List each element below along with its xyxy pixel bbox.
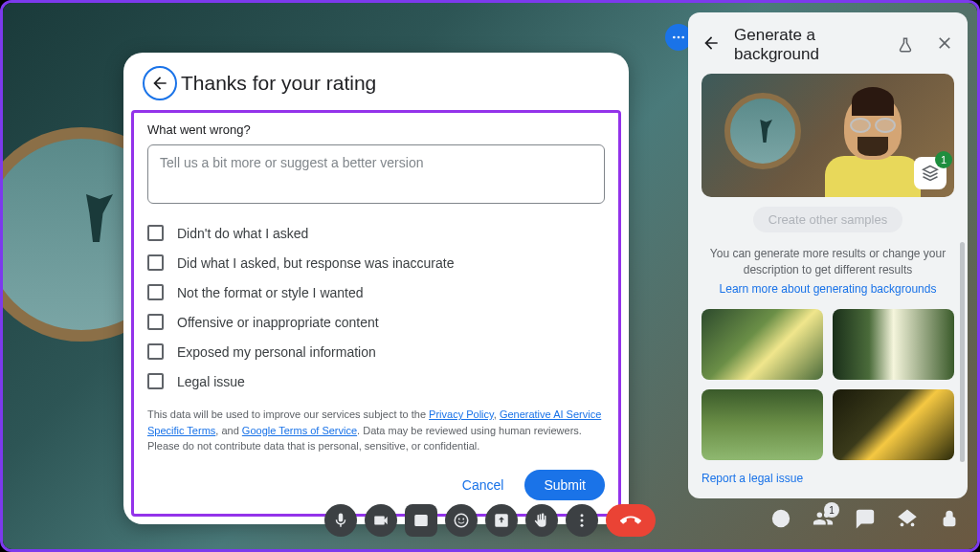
participants-count-badge: 1	[824, 502, 839, 518]
dialog-actions: Cancel Submit	[147, 470, 605, 500]
svg-point-4	[458, 519, 460, 520]
option-legal[interactable]: Legal issue	[147, 373, 605, 389]
checkbox-icon	[147, 343, 164, 360]
rating-feedback-dialog: Thanks for your rating What went wrong? …	[123, 53, 629, 524]
captions-button[interactable]	[405, 504, 437, 537]
scrollbar[interactable]	[960, 242, 965, 462]
option-format[interactable]: Not the format or style I wanted	[147, 284, 605, 300]
more-button[interactable]	[566, 504, 598, 537]
sidepanel-header: Generate a background	[702, 26, 954, 64]
layers-count-badge: 1	[935, 151, 952, 168]
mic-button[interactable]	[324, 504, 357, 537]
present-button[interactable]	[485, 504, 518, 537]
activities-button[interactable]	[897, 508, 918, 533]
svg-point-7	[581, 519, 584, 522]
svg-point-6	[581, 514, 584, 517]
raise-hand-button[interactable]	[525, 504, 558, 537]
svg-point-0	[673, 36, 676, 39]
option-personal-info[interactable]: Exposed my personal information	[147, 343, 605, 360]
create-samples-chip[interactable]: Create other samples	[753, 207, 902, 232]
sidepanel-title: Generate a background	[734, 26, 883, 64]
option-offensive[interactable]: Offensive or inappropriate content	[147, 314, 605, 330]
dialog-header: Thanks for your rating	[123, 53, 629, 110]
generate-background-panel: Generate a background 1 Create other sam…	[688, 12, 968, 498]
privacy-policy-link[interactable]: Privacy Policy	[429, 408, 494, 420]
report-legal-link[interactable]: Report a legal issue	[702, 460, 954, 485]
section-label: What went wrong?	[147, 122, 605, 137]
preview-person	[820, 93, 925, 197]
option-didnt-do[interactable]: Didn't do what I asked	[147, 225, 605, 241]
background-thumbnails	[702, 309, 954, 460]
svg-point-1	[678, 36, 680, 39]
dialog-title: Thanks for your rating	[181, 72, 376, 95]
bg-thumbnail-4[interactable]	[833, 389, 954, 460]
cancel-button[interactable]: Cancel	[449, 470, 518, 500]
checkbox-icon	[147, 373, 164, 389]
submit-button[interactable]: Submit	[524, 470, 605, 500]
learn-more-link[interactable]: Learn more about generating backgrounds	[702, 282, 954, 296]
hangup-button[interactable]	[606, 504, 656, 537]
svg-point-5	[462, 519, 464, 520]
flask-icon	[897, 36, 914, 54]
bottom-toolbar: 1	[3, 499, 977, 541]
bg-thumbnail-3[interactable]	[702, 389, 823, 460]
bg-thumbnail-1[interactable]	[702, 309, 823, 380]
svg-point-11	[911, 523, 915, 527]
dialog-body: What went wrong? Didn't do what I asked …	[131, 110, 621, 517]
tos-link[interactable]: Google Terms of Service	[242, 425, 357, 436]
feedback-options-list: Didn't do what I asked Did what I asked,…	[147, 225, 605, 389]
checkbox-icon	[147, 314, 164, 330]
checkbox-icon	[147, 254, 164, 271]
svg-rect-12	[945, 518, 955, 525]
svg-point-2	[681, 36, 684, 39]
checkbox-icon	[147, 225, 164, 241]
toolbar-right: 1	[770, 508, 960, 533]
close-button[interactable]	[935, 33, 954, 56]
checkbox-icon	[147, 284, 164, 300]
svg-point-8	[581, 524, 584, 527]
reactions-button[interactable]	[445, 504, 478, 537]
sidepanel-description: You can generate more results or change …	[702, 246, 954, 278]
background-preview[interactable]: 1	[702, 74, 954, 197]
participants-button[interactable]: 1	[813, 508, 834, 533]
svg-point-10	[901, 523, 904, 527]
info-button[interactable]	[770, 508, 791, 533]
back-button[interactable]	[143, 66, 177, 100]
bg-bird-silhouette	[79, 194, 113, 242]
camera-button[interactable]	[365, 504, 397, 537]
bg-thumbnail-2[interactable]	[833, 309, 954, 380]
host-controls-button[interactable]	[939, 508, 960, 533]
disclaimer-text: This data will be used to improve our se…	[147, 407, 605, 454]
feedback-textarea[interactable]	[147, 144, 605, 204]
sidepanel-back-button[interactable]	[702, 33, 721, 56]
toolbar-center	[324, 504, 656, 537]
chat-button[interactable]	[855, 508, 876, 533]
option-inaccurate[interactable]: Did what I asked, but response was inacc…	[147, 254, 605, 271]
svg-point-3	[455, 514, 468, 527]
layers-button[interactable]: 1	[914, 157, 947, 189]
